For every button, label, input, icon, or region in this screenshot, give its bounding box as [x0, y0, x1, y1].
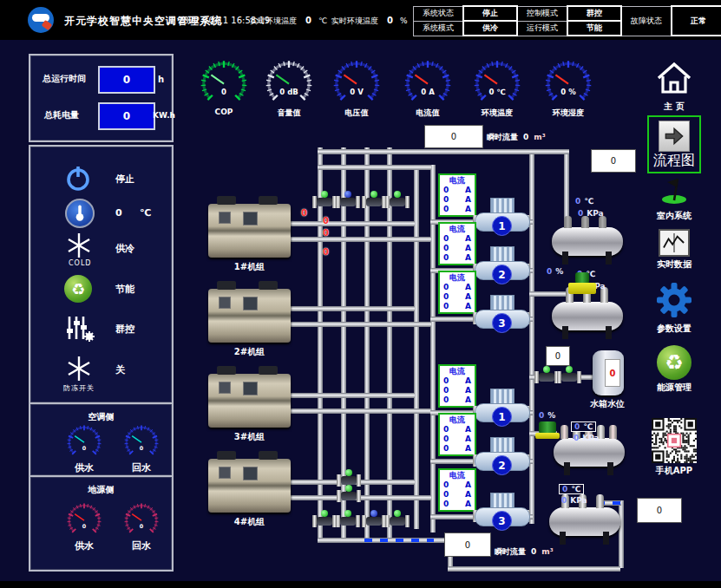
valve-icon[interactable] [534, 366, 559, 384]
nav-energy-management[interactable]: ♻ 能源管理 [646, 345, 703, 394]
power-icon[interactable] [63, 164, 93, 193]
chiller-unit[interactable] [208, 204, 291, 258]
status-value: 供冷 [463, 21, 517, 36]
pipe-horizontal [291, 408, 431, 414]
totals-panel: 总运行时间 0 h 总耗电量 0 KW.h [29, 54, 174, 142]
tank-leg [603, 532, 609, 545]
valve-icon[interactable] [336, 510, 360, 528]
header-bar: 开元学校智慧中央空调管理系统 2022-10-11 16:58:19 实时环境温… [0, 0, 721, 40]
tank-leg [606, 252, 612, 265]
nav-realtime-data[interactable]: 实时数据 [646, 229, 703, 271]
group-control-label: 群控 [115, 323, 134, 336]
gauge-top-1: 0 dB音量值 [259, 56, 319, 119]
chiller-label: 2#机组 [208, 346, 291, 358]
pump-current-box: 电流0A0A0A [438, 364, 476, 408]
nav-home[interactable]: 主 页 [646, 61, 703, 113]
fault-status-label: 故障状态 [621, 6, 672, 36]
tank-temp-label: 0℃ [571, 421, 596, 432]
runtime-label: 总运行时间 [43, 73, 86, 85]
valve-icon[interactable] [362, 191, 386, 209]
tank-leg [607, 462, 613, 475]
nav-flow-diagram[interactable]: 流程图 [647, 115, 701, 173]
tank-nozzle [560, 425, 568, 439]
tank-nozzle [581, 216, 589, 228]
svg-text:0: 0 [82, 523, 87, 529]
valve-icon[interactable] [336, 191, 360, 209]
runtime-value: 0 [98, 66, 155, 94]
pump-icon[interactable]: 3 [475, 493, 528, 531]
nav-indoor-system[interactable]: 室内系统 [646, 173, 703, 222]
value-box-top-right: 0 [591, 149, 636, 173]
valve-opening-label: 0% [547, 267, 563, 276]
chiller-label: 4#机组 [208, 516, 291, 528]
valve-icon[interactable] [337, 485, 361, 503]
pump-icon[interactable]: 3 [475, 295, 528, 333]
tank-leg [562, 252, 568, 265]
pump-icon[interactable]: 1 [475, 198, 528, 236]
chiller-unit[interactable] [208, 289, 291, 343]
supply-water-gauge: 0供水 [62, 421, 107, 474]
valve-icon[interactable] [385, 510, 410, 528]
gauge-top-2: 0 V电压值 [326, 56, 387, 119]
svg-text:0: 0 [221, 88, 226, 96]
control-valve-body [568, 283, 596, 294]
pump-icon[interactable]: 2 [475, 246, 528, 284]
pipe-horizontal [448, 566, 620, 572]
tank-nozzle [564, 216, 572, 228]
valve-icon[interactable] [385, 191, 410, 209]
source-side-panel: 地源侧 0供水 0回水 [29, 475, 174, 572]
pipe-horizontal [318, 149, 569, 154]
recycle-icon[interactable]: ♻ [64, 275, 92, 303]
qr-code-icon [652, 418, 697, 463]
bottom-strip [0, 581, 721, 588]
valve-icon[interactable] [557, 366, 581, 384]
snowflake-cold-icon[interactable] [65, 232, 93, 259]
tank-leg [560, 532, 566, 545]
tank-nozzle [599, 216, 606, 228]
instant-flow-label: 瞬时流量0m³ [495, 546, 554, 558]
chiller-unit[interactable] [208, 374, 291, 428]
water-tank-label: 水箱水位 [590, 398, 625, 410]
pipe-horizontal [291, 393, 415, 398]
cooling-mode-label: 供冷 [115, 242, 134, 255]
sliders-gear-icon[interactable] [63, 315, 95, 343]
app-window: 开元学校智慧中央空调管理系统 2022-10-11 16:58:19 实时环境温… [0, 0, 721, 588]
pump-icon[interactable]: 1 [475, 389, 528, 427]
chiller-unit[interactable] [208, 459, 291, 513]
valve-icon[interactable] [312, 191, 337, 209]
app-logo-icon [28, 7, 54, 33]
supply-water-gauge: 0供水 [62, 500, 107, 552]
valve-icon[interactable] [362, 510, 386, 528]
chiller-label: 3#机组 [208, 431, 291, 443]
chart-icon [659, 229, 690, 257]
pipe-vertical [414, 165, 419, 529]
nav-mobile-app[interactable]: 手机APP [646, 418, 703, 477]
source-side-title: 地源侧 [30, 484, 172, 496]
control-valve-body [535, 433, 560, 439]
svg-text:0: 0 [140, 523, 144, 529]
pump-icon[interactable]: 2 [475, 437, 528, 475]
status-value: 节能 [567, 21, 621, 36]
tank-temp-label: 0℃ [559, 484, 584, 494]
pump-current-box: 电流0A0A0A [438, 173, 476, 217]
control-valve-icon[interactable] [539, 421, 556, 434]
thermometer-icon[interactable] [65, 199, 95, 228]
water-tank[interactable]: 0 [593, 350, 624, 395]
flow-meter-box: 0 [424, 125, 483, 148]
status-label: 系统模式 [414, 21, 464, 36]
mode-panel: 停止 0 ℃ COLD 供冷 ♻ 节能 群控 防冻开关 关 [29, 145, 174, 404]
nav-parameter-settings[interactable]: 参数设置 [646, 283, 703, 335]
system-state-label: 停止 [115, 173, 134, 186]
svg-text:0 A: 0 A [421, 88, 435, 96]
return-water-gauge: 0回水 [119, 421, 164, 474]
tank-nozzle [609, 425, 617, 439]
snowflake-icon[interactable] [65, 355, 93, 382]
svg-text:0 %: 0 % [560, 88, 576, 96]
antifreeze-state-label: 关 [115, 363, 125, 376]
env-temp-readout-2: 实时环境温度0% [331, 16, 408, 27]
flow-direction-indicator [364, 539, 434, 542]
energy-label: 总耗电量 [44, 109, 79, 121]
return-water-gauge: 0回水 [119, 500, 164, 552]
status-value: 群控 [567, 6, 621, 21]
valve-icon[interactable] [312, 510, 337, 528]
